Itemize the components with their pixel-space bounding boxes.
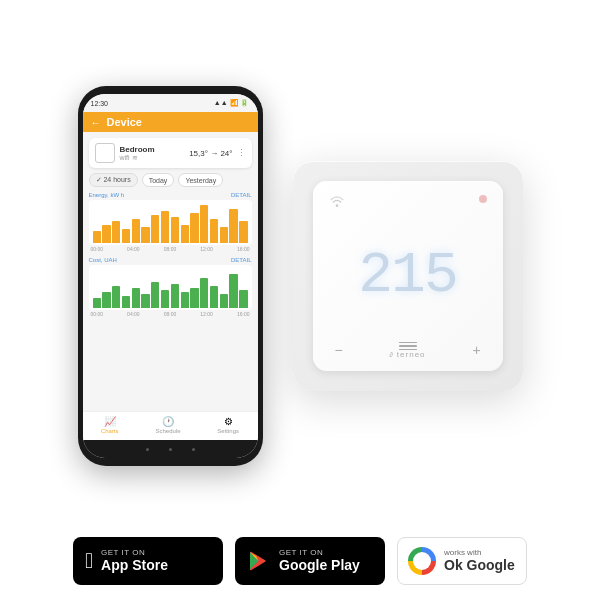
nav-charts-label: Charts xyxy=(101,428,119,434)
bar xyxy=(200,278,208,308)
energy-bar-chart xyxy=(89,200,252,245)
bar xyxy=(220,294,228,308)
cost-detail-link[interactable]: DETAIL xyxy=(231,257,252,263)
bar xyxy=(132,288,140,308)
bar xyxy=(171,217,179,243)
bar xyxy=(151,282,159,308)
terneo-logo: ∂ terneo xyxy=(389,350,425,359)
home-dot xyxy=(169,448,172,451)
google-play-icon xyxy=(247,549,271,573)
device-icon xyxy=(95,143,115,163)
bar xyxy=(161,290,169,308)
phone-status-bar: 12:30 ▲▲ 📶 🔋 xyxy=(83,94,258,112)
phone-mockup: 12:30 ▲▲ 📶 🔋 ← Device Bedroom wifi ≋ xyxy=(78,86,263,466)
thermostat-display: 215 xyxy=(358,243,456,308)
apple-icon:  xyxy=(85,548,93,574)
main-content: 12:30 ▲▲ 📶 🔋 ← Device Bedroom wifi ≋ xyxy=(20,20,580,532)
bar xyxy=(161,211,169,243)
phone-screen: 12:30 ▲▲ 📶 🔋 ← Device Bedroom wifi ≋ xyxy=(83,94,258,458)
google-circle-inner xyxy=(413,552,431,570)
store-buttons-row:  GET IT ON App Store GET IT ON Google P… xyxy=(73,532,527,585)
nav-settings-label: Settings xyxy=(217,428,239,434)
filter-yesterday[interactable]: Yesterday xyxy=(178,173,223,187)
thermostat-face: 215 − ∂ terneo + xyxy=(313,181,503,371)
bar xyxy=(112,286,120,308)
menu-line xyxy=(399,345,417,347)
menu-center: ∂ terneo xyxy=(389,342,425,360)
bar xyxy=(122,229,130,243)
minus-button[interactable]: − xyxy=(329,342,349,358)
filter-row: ✓ 24 hours Today Yesterday xyxy=(89,173,252,187)
bar xyxy=(210,286,218,308)
google-play-get-label: GET IT ON xyxy=(279,548,360,557)
back-button[interactable]: ← xyxy=(91,117,101,128)
home-dot xyxy=(192,448,195,451)
bar xyxy=(171,284,179,308)
device-info: Bedroom wifi ≋ xyxy=(120,145,190,162)
plus-button[interactable]: + xyxy=(467,342,487,358)
google-play-name: Google Play xyxy=(279,557,360,574)
bar xyxy=(229,209,237,243)
google-play-button[interactable]: GET IT ON Google Play xyxy=(235,537,385,585)
cost-x-labels: 00:0004:0008:0012:0016:00 xyxy=(89,311,252,317)
app-store-get-label: GET IT ON xyxy=(101,548,168,557)
bar xyxy=(112,221,120,243)
cost-bar-chart xyxy=(89,265,252,310)
phone-nav: 📈 Charts 🕐 Schedule ⚙ Settings xyxy=(83,411,258,440)
app-store-text: GET IT ON App Store xyxy=(101,548,168,574)
ok-google-button[interactable]: works with Ok Google xyxy=(397,537,527,585)
bar xyxy=(220,227,228,243)
energy-chart-label: Energy, kW h DETAIL xyxy=(89,192,252,198)
bar xyxy=(239,290,247,308)
app-store-button[interactable]:  GET IT ON App Store xyxy=(73,537,223,585)
phone-app-body: Bedroom wifi ≋ 15,3° → 24° ⋮ ✓ 24 hours … xyxy=(83,132,258,411)
google-play-text: GET IT ON Google Play xyxy=(279,548,360,574)
bar xyxy=(181,292,189,308)
energy-detail-link[interactable]: DETAIL xyxy=(231,192,252,198)
bar xyxy=(151,215,159,243)
temperature-dot xyxy=(479,195,487,203)
app-store-name: App Store xyxy=(101,557,168,574)
ok-google-text: works with Ok Google xyxy=(444,548,515,574)
wifi-icon xyxy=(329,195,345,210)
charts-icon: 📈 xyxy=(104,416,116,427)
bar xyxy=(93,298,101,308)
bar xyxy=(132,219,140,243)
bar xyxy=(229,274,237,308)
nav-settings[interactable]: ⚙ Settings xyxy=(217,416,239,434)
cost-chart-section: Cost, UAH DETAIL xyxy=(89,257,252,317)
device-row[interactable]: Bedroom wifi ≋ 15,3° → 24° ⋮ xyxy=(89,138,252,168)
bar xyxy=(200,205,208,243)
bar xyxy=(122,296,130,308)
ok-google-name: Ok Google xyxy=(444,557,515,574)
filter-24h[interactable]: ✓ 24 hours xyxy=(89,173,138,187)
bar xyxy=(181,225,189,243)
device-temp: 15,3° → 24° xyxy=(189,149,232,158)
bar xyxy=(102,292,110,308)
bar xyxy=(210,219,218,243)
thermostat-device: 215 − ∂ terneo + xyxy=(293,161,523,391)
nav-schedule[interactable]: 🕐 Schedule xyxy=(155,416,180,434)
temperature-reading: 215 xyxy=(358,243,456,308)
bar xyxy=(93,231,101,243)
bar xyxy=(141,294,149,308)
header-title: Device xyxy=(107,116,142,128)
menu-line xyxy=(399,342,417,344)
bar xyxy=(102,225,110,243)
device-status: wifi ≋ xyxy=(120,154,190,162)
settings-icon: ⚙ xyxy=(224,416,233,427)
nav-charts[interactable]: 📈 Charts xyxy=(101,416,119,434)
filter-today[interactable]: Today xyxy=(142,173,175,187)
cost-chart-label: Cost, UAH DETAIL xyxy=(89,257,252,263)
more-button[interactable]: ⋮ xyxy=(237,148,246,158)
thermostat-top xyxy=(329,195,487,210)
bar xyxy=(239,221,247,243)
bar xyxy=(190,213,198,243)
thermostat-controls: − ∂ terneo + xyxy=(329,342,487,360)
bar xyxy=(190,288,198,308)
phone-time: 12:30 xyxy=(91,100,109,107)
phone-signal: ▲▲ 📶 🔋 xyxy=(214,99,250,107)
phone-app-header: ← Device xyxy=(83,112,258,132)
nav-schedule-label: Schedule xyxy=(155,428,180,434)
works-with-label: works with xyxy=(444,548,515,557)
